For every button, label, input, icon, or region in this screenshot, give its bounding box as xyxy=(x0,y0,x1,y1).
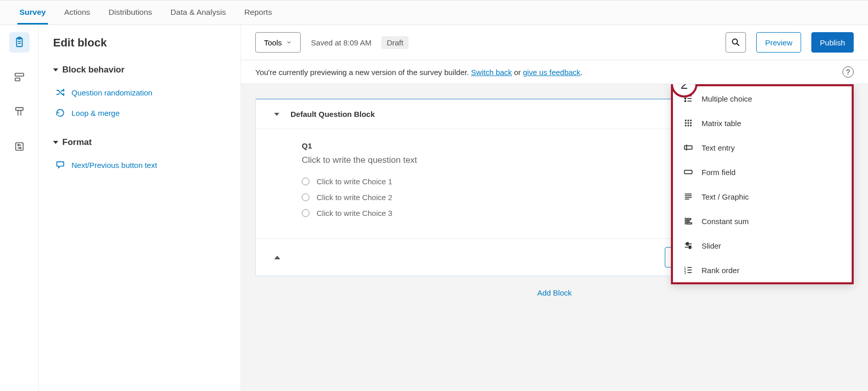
svg-point-14 xyxy=(733,39,738,44)
section-format[interactable]: Format xyxy=(53,137,226,148)
notice-bar: You're currently previewing a new versio… xyxy=(241,60,868,84)
rail-options-icon[interactable] xyxy=(9,136,30,157)
main-toolbar: Tools Saved at 8:09 AM Draft Preview Pub… xyxy=(241,25,868,60)
qtype-text-entry[interactable]: Text entry xyxy=(673,135,852,160)
svg-rect-6 xyxy=(15,108,23,111)
give-feedback-link[interactable]: give us feedback xyxy=(523,68,581,77)
qtype-rank-order[interactable]: 123 Rank order xyxy=(673,258,852,282)
svg-rect-41 xyxy=(687,218,691,220)
rail-builder-icon[interactable] xyxy=(9,32,30,53)
tab-actions[interactable]: Actions xyxy=(62,1,92,25)
radio-icon xyxy=(302,193,309,201)
saved-status: Saved at 8:09 AM xyxy=(311,38,371,47)
tab-data-analysis[interactable]: Data & Analysis xyxy=(168,1,228,25)
question-type-menu: Multiple choice Matrix table Text entry … xyxy=(671,84,854,284)
tab-reports[interactable]: Reports xyxy=(242,1,274,25)
section-block-behavior[interactable]: Block behavior xyxy=(53,65,226,75)
sidebar-title: Edit block xyxy=(53,36,226,50)
caret-up-icon[interactable] xyxy=(274,256,280,259)
svg-rect-9 xyxy=(15,143,23,151)
svg-point-27 xyxy=(685,122,686,124)
tab-survey[interactable]: Survey xyxy=(17,1,48,25)
choice-label: Click to write Choice 2 xyxy=(317,193,392,202)
search-icon xyxy=(731,37,741,47)
svg-point-29 xyxy=(690,122,691,124)
link-next-prev-button-text[interactable]: Next/Previous button text xyxy=(53,155,226,175)
svg-line-15 xyxy=(737,43,740,46)
sidebar-panel: Edit block Block behavior Question rando… xyxy=(39,25,241,391)
bar-chart-icon xyxy=(683,216,693,226)
left-rail xyxy=(0,25,39,391)
switch-back-link[interactable]: Switch back xyxy=(471,68,512,77)
svg-rect-42 xyxy=(687,221,689,222)
loop-icon xyxy=(55,108,65,118)
qtype-text-graphic[interactable]: Text / Graphic xyxy=(673,184,852,209)
qtype-form-field[interactable]: Form field xyxy=(673,160,852,184)
numbered-list-icon: 123 xyxy=(683,265,693,275)
svg-point-28 xyxy=(687,122,689,124)
svg-rect-5 xyxy=(15,78,19,81)
choice-label: Click to write Choice 3 xyxy=(317,209,392,217)
svg-point-22 xyxy=(685,101,686,102)
svg-rect-33 xyxy=(685,146,692,150)
svg-point-25 xyxy=(687,119,689,121)
tab-distributions[interactable]: Distributions xyxy=(107,1,154,25)
svg-point-13 xyxy=(19,147,21,149)
svg-point-31 xyxy=(687,125,689,126)
qtype-constant-sum[interactable]: Constant sum xyxy=(673,209,852,233)
speech-icon xyxy=(55,160,65,170)
radio-icon xyxy=(302,209,309,217)
tools-button[interactable]: Tools xyxy=(255,32,301,53)
search-button[interactable] xyxy=(726,32,746,53)
rail-look-feel-icon[interactable] xyxy=(9,102,30,122)
qtype-multiple-choice[interactable]: Multiple choice xyxy=(673,86,852,111)
caret-down-icon xyxy=(53,141,58,144)
caret-down-icon xyxy=(274,113,279,116)
svg-rect-4 xyxy=(15,74,23,77)
top-tabs: Survey Actions Distributions Data & Anal… xyxy=(0,0,868,25)
canvas: at Default Question Block Q1 Click to wr… xyxy=(241,84,868,391)
qtype-slider[interactable]: Slider xyxy=(673,233,852,258)
sliders-icon xyxy=(683,240,693,251)
svg-point-32 xyxy=(690,125,691,126)
svg-point-20 xyxy=(685,98,686,100)
notice-text: You're currently previewing a new versio… xyxy=(255,68,471,77)
publish-button[interactable]: Publish xyxy=(811,32,854,53)
svg-point-24 xyxy=(685,119,686,121)
preview-button[interactable]: Preview xyxy=(756,32,801,53)
grid-dots-icon xyxy=(683,118,693,128)
draft-badge: Draft xyxy=(381,36,408,49)
svg-point-11 xyxy=(17,144,19,146)
svg-rect-43 xyxy=(687,223,692,224)
svg-point-26 xyxy=(690,119,691,121)
link-loop-merge[interactable]: Loop & merge xyxy=(53,103,226,123)
qtype-matrix-table[interactable]: Matrix table xyxy=(673,111,852,135)
svg-text:3: 3 xyxy=(684,271,686,275)
svg-rect-45 xyxy=(687,242,688,245)
text-cursor-icon xyxy=(683,142,693,153)
form-rect-icon xyxy=(683,167,693,177)
caret-down-icon xyxy=(53,68,58,71)
block-title: Default Question Block xyxy=(291,110,375,118)
help-icon[interactable]: ? xyxy=(842,66,854,78)
rail-flow-icon[interactable] xyxy=(9,67,30,87)
choice-label: Click to write Choice 1 xyxy=(317,177,392,186)
radio-icon xyxy=(302,178,309,185)
chevron-down-icon xyxy=(286,39,292,45)
svg-point-30 xyxy=(685,125,686,126)
shuffle-icon xyxy=(55,87,65,97)
link-question-randomization[interactable]: Question randomization xyxy=(53,82,226,103)
svg-rect-47 xyxy=(689,246,691,249)
paragraph-icon xyxy=(683,191,693,202)
main-area: Tools Saved at 8:09 AM Draft Preview Pub… xyxy=(241,25,868,391)
svg-rect-35 xyxy=(685,170,692,174)
